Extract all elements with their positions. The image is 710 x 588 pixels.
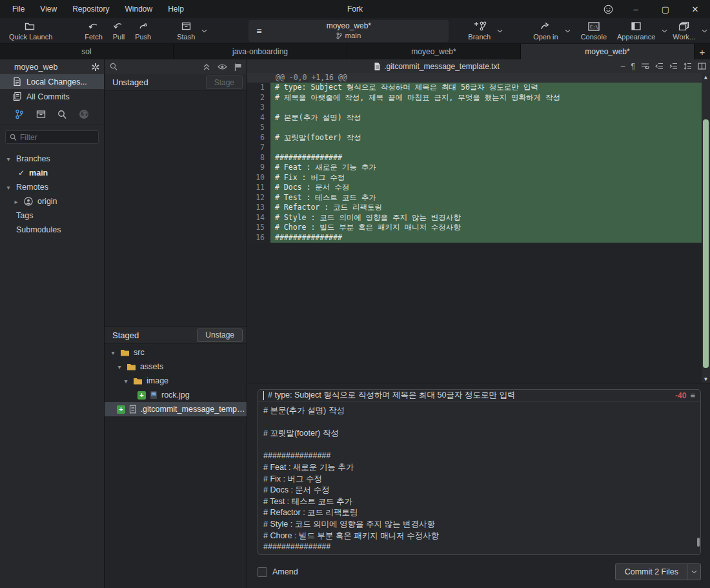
diff-scrollbar[interactable]: ▲ ▼	[702, 73, 710, 383]
feedback-smiley-icon[interactable]	[595, 0, 621, 18]
open-in-button[interactable]: Open in	[528, 18, 563, 44]
collapse-triangle-icon[interactable]: ▸	[13, 198, 19, 205]
scrollbar-thumb[interactable]	[703, 119, 709, 368]
minimize-icon[interactable]: –	[621, 0, 651, 18]
expand-triangle-icon[interactable]: ▾	[123, 378, 129, 385]
tree-node-remotes[interactable]: ▾ Remotes	[0, 180, 104, 194]
tree-node-remote-origin[interactable]: ▸ origin	[0, 194, 104, 208]
staged-folder-image[interactable]: ▾ image	[105, 374, 247, 388]
scroll-up-icon[interactable]: ▲	[702, 73, 710, 81]
eye-icon[interactable]	[218, 63, 227, 70]
close-icon[interactable]: ✕	[680, 0, 710, 18]
expand-triangle-icon[interactable]: ▾	[5, 156, 12, 163]
wrap-text-icon[interactable]	[641, 63, 649, 70]
current-repo-selector[interactable]: ≡ moyeo_web* main	[249, 20, 449, 42]
stashes-icon[interactable]	[36, 110, 46, 119]
commit-button-label[interactable]: Commit 2 Files	[615, 563, 687, 580]
amend-checkbox[interactable]	[258, 567, 267, 577]
pull-button[interactable]: Pull	[108, 18, 130, 44]
indent-increase-icon[interactable]	[669, 63, 678, 70]
indent-decrease-icon[interactable]	[655, 63, 664, 70]
svg-text:C:\: C:\	[590, 25, 598, 30]
fetch-icon	[88, 21, 99, 32]
menu-view[interactable]: View	[33, 2, 64, 16]
menu-window[interactable]: Window	[118, 2, 160, 16]
tree-node-tags[interactable]: Tags	[0, 208, 104, 223]
pilcrow-icon[interactable]: ¶	[631, 62, 635, 71]
commit-message-box[interactable]: # type: Subject 형식으로 작성하며 제목은 최대 50글자 정도…	[258, 389, 701, 555]
staged-file-rock-jpg[interactable]: + rock.jpg	[105, 388, 247, 402]
branches-icon[interactable]	[15, 109, 24, 119]
stash-chevron-down-icon[interactable]	[201, 29, 207, 33]
tab-java-onboarding[interactable]: java-onboarding	[174, 44, 347, 59]
tab-sol[interactable]: sol	[0, 44, 174, 59]
commit-button[interactable]: Commit 2 Files	[615, 563, 701, 580]
staged-folder-src[interactable]: ▾ src	[105, 345, 247, 360]
fetch-button[interactable]: Fetch	[79, 18, 108, 44]
unstaged-file-list[interactable]	[105, 91, 247, 327]
gear-icon[interactable]	[91, 63, 100, 72]
branch-name: main	[345, 31, 361, 40]
unstage-button[interactable]: Unstage	[197, 329, 243, 342]
local-changes-icon	[13, 77, 21, 86]
sidebar-item-local-changes[interactable]: Local Changes...	[0, 74, 104, 89]
all-commits-icon	[13, 92, 21, 101]
line-spacing-icon[interactable]	[684, 63, 692, 70]
scroll-down-icon[interactable]: ▼	[702, 375, 710, 383]
folder-icon	[133, 377, 143, 385]
create-branch-button[interactable]: Branch	[463, 18, 496, 44]
expand-triangle-icon[interactable]: ▾	[5, 184, 12, 191]
quick-launch-button[interactable]: Quick Launch	[4, 18, 57, 44]
subject-menu-icon[interactable]: ≡	[690, 390, 695, 400]
commit-box-scrollbar-thumb[interactable]	[697, 538, 700, 547]
commit-chevron-down-icon[interactable]	[687, 563, 701, 580]
commit-subject-row[interactable]: # type: Subject 형식으로 작성하며 제목은 최대 50글자 정도…	[258, 390, 700, 401]
diff-file-title: .gitcommit_message_template.txt	[247, 62, 626, 71]
stage-button[interactable]: Stage	[206, 76, 243, 89]
search-icon[interactable]	[110, 63, 117, 71]
tree-node-branches[interactable]: ▾ Branches	[0, 152, 104, 166]
expand-triangle-icon[interactable]: ▾	[116, 363, 123, 370]
staged-file-gitcommit-template[interactable]: + .gitcommit_message_templa...	[105, 402, 247, 416]
diff-line: 11# Docs : 문서 수정	[247, 183, 710, 193]
menu-repository[interactable]: Repository	[65, 2, 116, 16]
changes-panel: Unstaged Stage Staged Unstage ▾ src ▾ as…	[105, 59, 247, 588]
workspace-chevron-down-icon[interactable]	[702, 29, 707, 33]
expand-triangle-icon[interactable]: ▾	[110, 349, 116, 356]
sidebar-item-all-commits[interactable]: All Commits	[0, 89, 104, 104]
github-icon[interactable]	[79, 109, 89, 119]
appearance-button[interactable]: Appearance	[612, 18, 660, 44]
open-in-icon	[540, 21, 551, 32]
branch-chevron-down-icon[interactable]	[497, 29, 503, 33]
console-button[interactable]: C:\ Console	[576, 18, 612, 44]
tree-node-submodules[interactable]: Submodules	[0, 223, 104, 237]
subject-length-counter: -40	[675, 391, 686, 400]
open-in-chevron-down-icon[interactable]	[565, 29, 571, 33]
menu-help[interactable]: Help	[161, 2, 191, 16]
maximize-icon[interactable]: ▢	[651, 0, 680, 18]
added-status-badge: +	[137, 391, 146, 400]
tab-moyeo-web-1[interactable]: moyeo_web*	[347, 44, 521, 59]
workspace-button[interactable]: Work...	[667, 18, 700, 44]
commit-subject-input[interactable]: # type: Subject 형식으로 작성하며 제목은 최대 50글자 정도…	[268, 390, 671, 401]
new-tab-button[interactable]: +	[695, 44, 710, 59]
tab-moyeo-web-2-active[interactable]: moyeo_web*	[521, 44, 695, 59]
staged-file-list: ▾ src ▾ assets ▾ image + rock.jp	[105, 344, 247, 588]
commit-body-input[interactable]: # 본문(추가 설명) 작성 # 꼬릿말(footer) 작성 ########…	[258, 401, 700, 555]
sidebar-repo-title: moyeo_web	[14, 63, 91, 72]
appearance-chevron-down-icon[interactable]	[662, 29, 667, 33]
flag-icon[interactable]	[234, 63, 241, 71]
search-icon[interactable]	[57, 110, 66, 119]
folder-open-icon	[25, 21, 37, 32]
menu-file[interactable]: File	[5, 2, 32, 16]
filter-input[interactable]	[20, 133, 91, 142]
diff-view[interactable]: @@ -0,0 +1,16 @@ 1# type: Subject 형식으로 작…	[247, 73, 710, 383]
push-button[interactable]: Push	[130, 18, 156, 44]
collapse-all-icon[interactable]	[203, 63, 210, 71]
staged-title: Staged	[112, 330, 197, 340]
split-view-icon[interactable]	[698, 63, 706, 70]
staged-folder-assets[interactable]: ▾ assets	[105, 360, 247, 374]
tree-node-branch-main[interactable]: ✓ main	[0, 166, 104, 180]
stash-button[interactable]: Stash	[172, 18, 200, 44]
diff-toolbar: – ¶	[621, 62, 706, 71]
